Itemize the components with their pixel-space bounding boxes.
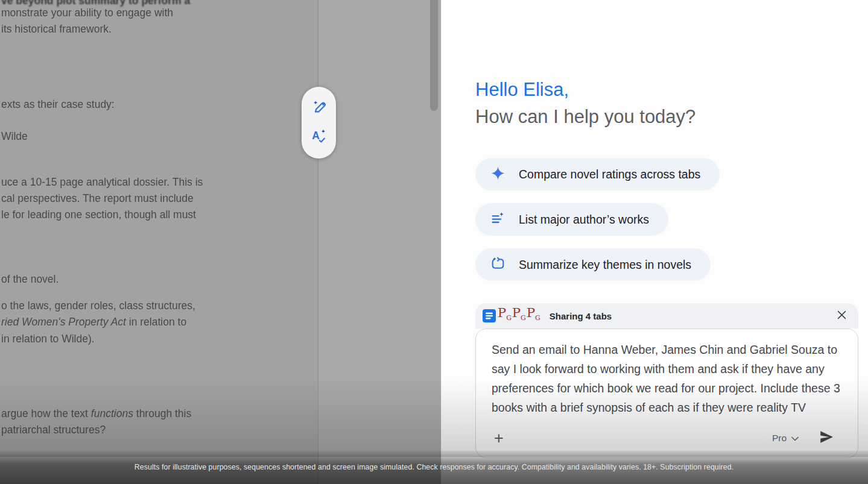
gemini-spark-icon bbox=[490, 166, 505, 183]
doc-line: of the novel. bbox=[1, 273, 59, 286]
chip-compare-ratings[interactable]: Compare novel ratings across tabs bbox=[475, 158, 720, 190]
gutenberg-favicon: PG bbox=[498, 307, 512, 324]
doc-line: patriarchal structures? bbox=[1, 424, 106, 436]
disclaimer-text: Results for illustrative purposes, seque… bbox=[0, 463, 868, 471]
doc-line: ried Women's Property Act in relation to bbox=[1, 316, 186, 328]
doc-line: Wilde bbox=[1, 130, 28, 143]
sharing-tabs-bar: PG PG PG Sharing 4 tabs bbox=[475, 303, 858, 328]
svg-text:A: A bbox=[312, 130, 320, 142]
x-icon bbox=[837, 310, 846, 322]
google-docs-icon bbox=[483, 309, 496, 322]
chip-summarize-themes[interactable]: Summarize key themes in novels bbox=[475, 248, 711, 281]
greeting-question: How can I help you today? bbox=[475, 103, 695, 130]
help-me-write-button[interactable] bbox=[310, 99, 328, 117]
pencil-sparkle-icon bbox=[311, 98, 328, 118]
doc-line: its historical framework. bbox=[1, 23, 112, 36]
model-picker-label: Pro bbox=[772, 433, 787, 444]
doc-line: monstrate your ability to engage with bbox=[1, 7, 173, 19]
chevron-down-icon bbox=[791, 433, 799, 444]
suggestion-chips: Compare novel ratings across tabs List m… bbox=[475, 158, 720, 281]
gutenberg-favicon: PG bbox=[512, 307, 526, 324]
doc-line: o the laws, gender roles, class structur… bbox=[1, 300, 195, 312]
proofread-button[interactable]: A bbox=[310, 128, 328, 146]
doc-line: le for leading one section, though all m… bbox=[1, 209, 196, 221]
chip-label: List major author’s works bbox=[519, 213, 649, 227]
chip-label: Compare novel ratings across tabs bbox=[519, 168, 700, 181]
model-picker-dropdown[interactable]: Pro bbox=[772, 433, 799, 444]
document-page-edge bbox=[318, 0, 318, 484]
greeting-name: Hello Elisa, bbox=[475, 76, 695, 103]
doc-line: in relation to Wilde). bbox=[1, 333, 95, 345]
screen: ve beyond plot summary to perform a mons… bbox=[0, 0, 868, 484]
list-sparkle-icon bbox=[490, 211, 505, 228]
doc-line: uce a 10-15 page analytical dossier. Thi… bbox=[1, 176, 203, 189]
shared-tab-favicons: PG PG PG bbox=[483, 307, 540, 324]
doc-line-italic: ried Women's Property Act bbox=[1, 316, 126, 328]
sharing-tabs-label: Sharing 4 tabs bbox=[550, 311, 833, 321]
document-scrollbar-thumb[interactable] bbox=[430, 0, 438, 111]
gemini-side-panel: Hello Elisa, How can I help you today? C… bbox=[441, 0, 868, 484]
refresh-square-sparkle-icon bbox=[490, 256, 505, 274]
doc-line-pre: argue how the text bbox=[1, 407, 91, 420]
send-button[interactable] bbox=[811, 424, 842, 452]
doc-line: cal perspectives. The report must includ… bbox=[1, 192, 194, 205]
prompt-input[interactable]: Send an email to Hanna Weber, James Chin… bbox=[492, 340, 842, 425]
dimmed-document-background: ve beyond plot summary to perform a mons… bbox=[0, 0, 441, 484]
gutenberg-favicon: PG bbox=[527, 307, 540, 324]
doc-line: exts as their case study: bbox=[1, 98, 115, 111]
prompt-input-card: Send an email to Hanna Weber, James Chin… bbox=[475, 328, 858, 458]
doc-line-post: through this bbox=[133, 407, 191, 420]
close-sharing-button[interactable] bbox=[833, 307, 850, 324]
composer: PG PG PG Sharing 4 tabs Send an email to… bbox=[475, 303, 858, 458]
writing-tools-toolbar: A bbox=[302, 87, 336, 159]
greeting: Hello Elisa, How can I help you today? bbox=[475, 76, 695, 130]
doc-line: argue how the text functions through thi… bbox=[1, 407, 191, 420]
proofread-a-check-icon: A bbox=[311, 128, 328, 147]
chip-label: Summarize key themes in novels bbox=[519, 258, 691, 272]
doc-line-italic: functions bbox=[91, 407, 133, 420]
composer-actions-row: + Pro bbox=[492, 425, 842, 451]
send-arrow-icon bbox=[819, 429, 834, 447]
doc-line-rest: in relation to bbox=[126, 316, 186, 328]
chip-list-works[interactable]: List major author’s works bbox=[475, 203, 668, 236]
add-attachment-button[interactable]: + bbox=[492, 430, 506, 446]
